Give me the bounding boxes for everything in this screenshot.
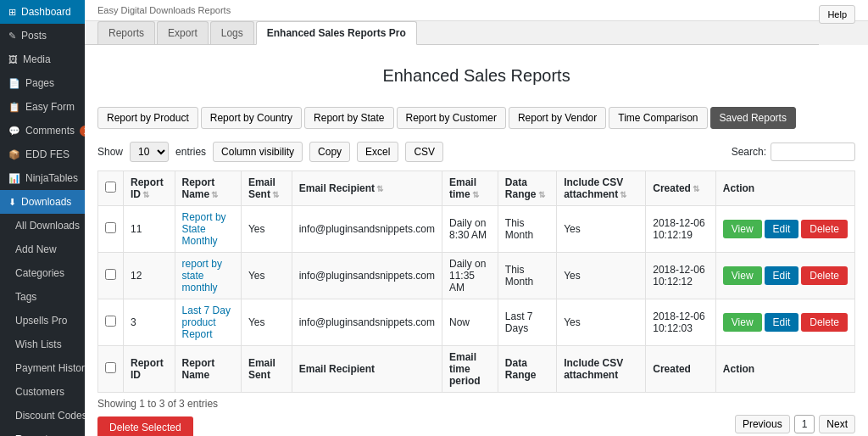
delete-button[interactable]: Delete [801,266,848,285]
sidebar-item-reports[interactable]: Reports [0,428,85,436]
sidebar-item-upsells-pro[interactable]: Upsells Pro [0,309,85,333]
foot-col-checkbox [98,346,124,393]
sidebar-item-label: Easy Form [25,101,75,113]
row-email-sent: Yes [241,253,292,299]
show-label: Show [97,146,123,158]
current-page-number: 1 [794,415,815,433]
edit-button[interactable]: Edit [765,220,799,238]
sub-tab-report-by-product[interactable]: Report by Product [97,107,198,129]
col-created: Created⇅ [646,171,716,206]
sidebar-item-categories[interactable]: Categories [0,261,85,285]
sidebar-item-label: Wish Lists [15,338,62,350]
tab-logs[interactable]: Logs [210,21,254,44]
downloads-icon: ⬇ [8,197,16,208]
tab-enhanced-sales-reports-pro[interactable]: Enhanced Sales Reports Pro [256,21,417,45]
select-all-checkbox[interactable] [105,182,116,193]
main-content: Easy Digital Downloads Reports Help Repo… [85,0,868,436]
col-include-csv: Include CSV attachment⇅ [557,171,646,206]
sidebar-item-media[interactable]: 🖼 Media [0,48,85,71]
sidebar-item-ninja-tables[interactable]: 📊 NinjaTables [0,166,85,190]
row-report-id: 3 [124,299,175,346]
help-button[interactable]: Help [819,5,855,24]
sidebar-item-add-new[interactable]: Add New [0,238,85,261]
view-button[interactable]: View [723,266,762,285]
sidebar-item-dashboard[interactable]: ⊞ Dashboard [0,0,85,24]
row-select-checkbox[interactable] [105,316,116,327]
edit-button[interactable]: Edit [765,266,799,285]
csv-button[interactable]: CSV [405,142,443,162]
sidebar-item-downloads[interactable]: ⬇ Downloads [0,190,85,214]
sidebar-item-comments[interactable]: 💬 Comments 26 [0,119,85,143]
sidebar-item-payment-history[interactable]: Payment History [0,356,85,380]
row-include-csv: Yes [557,299,646,346]
content-area: Enhanced Sales Reports Report by Product… [85,45,868,436]
sub-tab-report-by-country[interactable]: Report by Country [201,107,302,129]
report-name-link[interactable]: Last 7 Day product Report [182,305,231,340]
sidebar-item-label: All Downloads [15,220,80,232]
foot-col-email-time: Email time period [442,346,498,393]
view-button[interactable]: View [723,220,762,238]
row-checkbox[interactable] [98,299,124,346]
pagination: Previous 1 Next [735,415,855,433]
sub-tab-report-by-customer[interactable]: Report by Customer [397,107,506,129]
sidebar-item-pages[interactable]: 📄 Pages [0,71,85,95]
row-created: 2018-12-06 10:12:19 [646,206,716,253]
pages-icon: 📄 [8,78,20,89]
tab-export[interactable]: Export [157,21,209,44]
sidebar-item-discount-codes[interactable]: Discount Codes [0,404,85,428]
col-report-name: Report Name⇅ [175,171,241,206]
row-email-recipient: info@pluginsandsnippets.com [292,253,442,299]
excel-button[interactable]: Excel [357,142,398,162]
sub-tab-report-by-state[interactable]: Report by State [304,107,393,129]
delete-button[interactable]: Delete [801,313,848,332]
section-title: Enhanced Sales Reports [97,58,855,94]
view-button[interactable]: View [723,313,762,332]
sidebar-item-tags[interactable]: Tags [0,285,85,309]
entries-label: entries [175,146,206,158]
row-data-range: This Month [498,253,556,299]
delete-button[interactable]: Delete [801,220,848,238]
col-checkbox [98,171,124,206]
row-select-checkbox[interactable] [105,222,116,233]
report-name-link[interactable]: Report by State Monthly [182,211,226,247]
previous-page-button[interactable]: Previous [735,415,790,433]
row-email-recipient: info@pluginsandsnippets.com [292,299,442,346]
sort-icon: ⇅ [620,190,626,199]
report-name-link[interactable]: report by state monthly [182,258,222,293]
search-box: Search: [732,143,855,161]
sidebar-item-label: Dashboard [21,6,71,18]
copy-button[interactable]: Copy [309,142,350,162]
row-report-name[interactable]: report by state monthly [175,253,241,299]
sidebar-item-all-downloads[interactable]: All Downloads [0,214,85,238]
sidebar-item-label: Categories [15,267,64,279]
next-page-button[interactable]: Next [819,415,855,433]
column-visibility-button[interactable]: Column visibility [213,142,303,162]
row-select-checkbox[interactable] [105,269,116,280]
row-checkbox[interactable] [98,253,124,299]
sidebar-item-customers[interactable]: Customers [0,380,85,404]
dashboard-icon: ⊞ [8,7,16,18]
delete-selected-button[interactable]: Delete Selected [97,416,193,436]
tab-reports[interactable]: Reports [97,21,155,44]
sidebar-item-label: Media [23,53,51,65]
sidebar-item-easy-form[interactable]: 📋 Easy Form [0,95,85,119]
edit-button[interactable]: Edit [765,313,799,332]
row-report-name[interactable]: Report by State Monthly [175,206,241,253]
foot-select-all-checkbox[interactable] [105,362,116,373]
search-input[interactable] [771,143,855,161]
sub-tab-saved-reports[interactable]: Saved Reports [710,107,796,129]
foot-col-created: Created [646,346,716,393]
sidebar-item-label: Downloads [21,196,71,208]
sidebar-item-label: Add New [15,243,57,255]
row-report-name[interactable]: Last 7 Day product Report [175,299,241,346]
sub-tab-report-by-vendor[interactable]: Report by Vendor [509,107,606,129]
sidebar-item-label: EDD FES [25,148,70,160]
posts-icon: ✎ [8,31,16,42]
sort-icon: ⇅ [693,184,699,193]
show-entries-select[interactable]: 10 25 50 [130,142,169,162]
row-checkbox[interactable] [98,206,124,253]
sidebar-item-posts[interactable]: ✎ Posts [0,24,85,48]
sidebar-item-wish-lists[interactable]: Wish Lists [0,333,85,356]
sub-tab-time-comparison[interactable]: Time Comparison [609,107,707,129]
sidebar-item-edd-fes[interactable]: 📦 EDD FES [0,143,85,166]
